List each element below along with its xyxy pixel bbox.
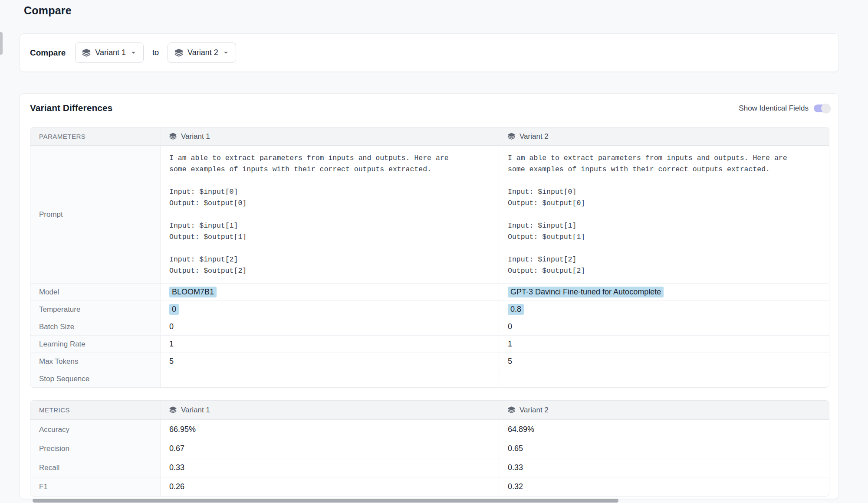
layers-icon	[508, 406, 515, 414]
row-label-cell: Recall	[30, 458, 161, 477]
compare-page: Compare Compare Variant 1 to Variant 2 V…	[0, 0, 868, 503]
cell-value: 0	[508, 322, 512, 331]
layers-icon	[169, 133, 177, 140]
variant-header-label: Variant 1	[181, 132, 210, 141]
page-title: Compare	[24, 4, 72, 17]
row-label-cell: Prompt	[30, 146, 161, 283]
row-label-cell: Learning Rate	[30, 336, 161, 353]
cell-value: I am able to extract parameters from inp…	[508, 153, 787, 277]
diff-highlight-value: 0	[169, 304, 179, 315]
row-label: Prompt	[39, 210, 63, 219]
variant1-selector-label: Variant 1	[95, 48, 126, 57]
cell-value: 1	[508, 340, 512, 349]
row-label: Precision	[39, 444, 69, 453]
table-row: ModelBLOOM7B1GPT-3 Davinci Fine-tuned fo…	[30, 283, 829, 300]
row-label: Batch Size	[39, 323, 74, 331]
row-label: Learning Rate	[39, 340, 85, 349]
cell-value: 0.65	[508, 444, 523, 453]
layers-icon	[82, 49, 91, 57]
table-row: Precision0.670.65	[30, 439, 829, 458]
variant2-value-cell: 0.8	[499, 301, 829, 318]
compare-bar-label: Compare	[30, 48, 66, 58]
variant1-column-header: Variant 1	[161, 127, 499, 145]
toggle-label: Show Identical Fields	[739, 104, 809, 113]
variant1-value-cell: BLOOM7B1	[161, 284, 499, 300]
row-label: Model	[39, 288, 59, 297]
variant1-value-cell: I am able to extract parameters from inp…	[161, 146, 499, 283]
table-row: F10.260.32	[30, 477, 829, 496]
variant2-value-cell: 64.89%	[499, 420, 829, 439]
table-row: Max Tokens55	[30, 353, 829, 370]
variant2-column-header: Variant 2	[499, 401, 829, 419]
compare-to-label: to	[152, 48, 159, 57]
table-row: Recall0.330.33	[30, 458, 829, 477]
toggle-knob	[821, 104, 831, 113]
row-label: Recall	[39, 464, 59, 472]
table-row: Accuracy66.95%64.89%	[30, 420, 829, 439]
compare-bar: Compare Variant 1 to Variant 2	[20, 33, 839, 72]
variant1-column-header: Variant 1	[161, 401, 499, 419]
table-header-row: PARAMETERSVariant 1Variant 2	[30, 127, 829, 146]
cell-value: 66.95%	[169, 425, 196, 434]
chevron-down-icon	[223, 49, 229, 56]
row-label-cell: Stop Sequence	[30, 370, 161, 387]
panel-title: Variant Differences	[30, 103, 112, 113]
row-label-cell: Precision	[30, 439, 161, 458]
cell-value: 0.32	[508, 482, 523, 491]
variant2-value-cell	[499, 370, 829, 387]
diff-highlight-value: GPT-3 Davinci Fine-tuned for Autocomplet…	[508, 287, 664, 297]
row-label-cell: F1	[30, 477, 161, 496]
variant2-value-cell: 5	[499, 353, 829, 370]
variant1-value-cell: 0.33	[161, 458, 499, 477]
layers-icon	[169, 406, 177, 414]
layers-icon	[508, 133, 515, 140]
variant1-value-cell: 0	[161, 318, 499, 335]
variant2-value-cell: 0	[499, 318, 829, 335]
section-label: PARAMETERS	[39, 133, 85, 140]
row-label: Stop Sequence	[39, 375, 89, 383]
show-identical-fields-control: Show Identical Fields	[739, 104, 830, 113]
table-header-row: METRICSVariant 1Variant 2	[30, 401, 829, 420]
variant-header-label: Variant 2	[519, 406, 549, 415]
variant2-value-cell: I am able to extract parameters from inp…	[499, 146, 829, 283]
diff-highlight-value: BLOOM7B1	[169, 287, 217, 297]
layers-icon	[174, 49, 183, 57]
cell-value: I am able to extract parameters from inp…	[169, 153, 449, 277]
section-label: PARAMETERS	[30, 127, 161, 145]
variant2-value-cell: GPT-3 Davinci Fine-tuned for Autocomplet…	[499, 284, 829, 300]
variant2-value-cell: 0.32	[499, 477, 829, 496]
vertical-scrollbar-thumb[interactable]	[0, 32, 3, 55]
table-row: Temperature00.8	[30, 300, 829, 318]
row-label: Temperature	[39, 305, 80, 314]
section-label: METRICS	[39, 406, 70, 414]
variant-header-label: Variant 1	[181, 406, 210, 415]
cell-value: 1	[169, 340, 174, 349]
variant2-value-cell: 1	[499, 336, 829, 353]
section-label: METRICS	[30, 401, 161, 419]
table-row: Batch Size00	[30, 318, 829, 335]
show-identical-fields-toggle[interactable]	[814, 105, 830, 112]
horizontal-scrollbar-thumb[interactable]	[33, 499, 618, 503]
cell-value: 5	[508, 357, 512, 366]
table-row: PromptI am able to extract parameters fr…	[30, 146, 829, 283]
row-label-cell: Temperature	[30, 301, 161, 318]
row-label: Accuracy	[39, 425, 69, 434]
variant2-column-header: Variant 2	[499, 127, 829, 145]
row-label-cell: Model	[30, 284, 161, 300]
variant1-value-cell: 5	[161, 353, 499, 370]
variant1-value-cell: 66.95%	[161, 420, 499, 439]
variant1-value-cell: 0	[161, 301, 499, 318]
variant1-value-cell: 0.67	[161, 439, 499, 458]
variant-header-label: Variant 2	[519, 132, 549, 141]
variant1-value-cell	[161, 370, 499, 387]
diff-highlight-value: 0.8	[508, 304, 524, 315]
variant2-selector[interactable]: Variant 2	[168, 42, 236, 63]
table-row: Stop Sequence	[30, 370, 829, 387]
table-row: Learning Rate11	[30, 335, 829, 353]
variant1-selector[interactable]: Variant 1	[75, 42, 144, 63]
chevron-down-icon	[130, 49, 137, 56]
row-label-cell: Accuracy	[30, 420, 161, 439]
cell-value: 64.89%	[508, 425, 534, 434]
variant1-value-cell: 0.26	[161, 477, 499, 496]
cell-value: 0.33	[169, 463, 184, 472]
